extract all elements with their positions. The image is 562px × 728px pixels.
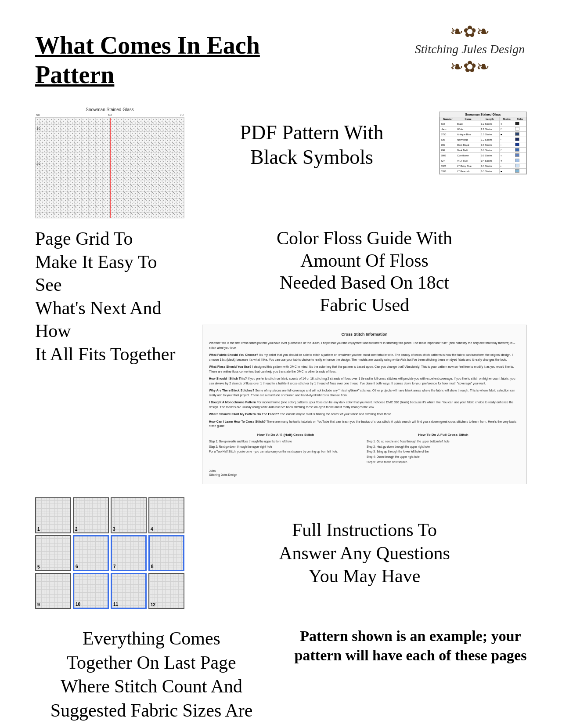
thumb-num: 12 — [151, 602, 155, 607]
floss-row: 3807 Cornflower 0.5 Skeins ○ — [440, 153, 526, 158]
floss-num: blanc — [440, 127, 456, 132]
thumb-inner — [150, 536, 183, 570]
logo-flourish-top: ❧✿❧ — [413, 24, 527, 40]
floss-length: 3.2 Skeins — [480, 121, 499, 127]
thumbnail-item-6: 6 — [73, 535, 109, 571]
thumbnails-area: 1 2 3 4 5 6 7 8 9 10 — [35, 497, 184, 609]
thumb-num: 7 — [113, 564, 116, 569]
col-number: Number — [440, 117, 456, 121]
cs-para-1: Whether this is the first cross stitch p… — [209, 341, 520, 350]
thumb-grid: 1 2 3 4 5 6 7 8 9 10 — [35, 497, 184, 609]
thumb-inner — [112, 536, 145, 570]
full-step-5: Step 5: Move to the next square. — [367, 460, 520, 464]
full-step-3: Step 3: Bring up through the lower left … — [367, 449, 520, 454]
section-3: 1 2 3 4 5 6 7 8 9 10 — [35, 497, 527, 609]
thumbnail-item-11: 11 — [111, 573, 147, 609]
logo-flourish-bottom: ❧✿❧ — [413, 59, 527, 75]
cs-para-5: Why Are There Black Stitches? Some of my… — [209, 388, 520, 398]
floss-row: 3325 LT Baby Blue 0.3 Skeins ▪ — [440, 163, 526, 169]
everything-text: Everything Comes Together On Last Page W… — [35, 627, 268, 728]
floss-color-swatch — [514, 163, 526, 169]
floss-num: 827 — [440, 158, 456, 163]
floss-row: 827 V LT Blue 0.4 Skeins ● — [440, 158, 526, 163]
floss-color-swatch — [514, 132, 526, 137]
half-step-1: Step 1: Go up needle and floss through t… — [209, 439, 362, 444]
cross-stitch-info: Cross Stitch Information Whether this is… — [202, 325, 527, 484]
pattern-note-text: Pattern shown is an example; your patter… — [294, 627, 527, 665]
thumbnail-item-10: 10 — [73, 573, 109, 609]
floss-name: Black — [456, 121, 480, 127]
thumb-inner — [112, 498, 146, 532]
thumb-num: 6 — [76, 564, 78, 569]
header: What Comes In Each Pattern ❧✿❧ Stitching… — [35, 22, 527, 90]
floss-color-swatch — [514, 158, 526, 163]
floss-color-swatch — [514, 169, 526, 174]
full-stitch-title: How To Do A Full Cross Stitch — [367, 432, 520, 438]
thumbnail-item-1: 1 — [35, 497, 71, 533]
floss-name: LT Peacock — [456, 169, 480, 174]
thumb-num: 8 — [151, 564, 154, 569]
floss-color-swatch — [514, 121, 526, 127]
thumb-num: 5 — [37, 565, 40, 569]
floss-color-swatch — [514, 127, 526, 132]
thumb-num: 11 — [113, 602, 118, 607]
thumbnail-item-2: 2 — [73, 497, 109, 533]
floss-length: 0.3 Skeins — [480, 169, 499, 174]
floss-color-swatch — [514, 148, 526, 153]
cs-para-4: How Should I Stitch This? If you prefer … — [209, 377, 520, 386]
floss-name: Dark Delft — [456, 148, 480, 153]
floss-skeins: □ — [500, 127, 514, 132]
floss-length: 0.8 Skeins — [480, 142, 499, 148]
pattern-grid: 10 20 — [36, 118, 184, 218]
floss-num: 336 — [440, 137, 456, 142]
floss-skeins: ▪ — [500, 163, 514, 169]
floss-row: 3750 Antique Blue 1.5 Skeins ■ — [440, 132, 526, 137]
floss-table-title: Snowman Stained Glass — [440, 112, 526, 117]
thumbnail-item-12: 12 — [148, 573, 184, 609]
page: What Comes In Each Pattern ❧✿❧ Stitching… — [0, 0, 562, 728]
floss-skeins: ▫ — [500, 142, 514, 148]
thumb-num: 3 — [113, 527, 115, 532]
thumbnail-item-4: 4 — [148, 497, 184, 533]
floss-length: 1.2 Skeins — [480, 137, 499, 142]
thumb-inner — [36, 536, 70, 570]
floss-length: 2.1 Skeins — [480, 127, 499, 132]
section-1: Snowman Stained Glass 50 60 70 10 20 PDF… — [35, 107, 527, 218]
floss-num: 3766 — [440, 169, 456, 174]
floss-table-mock: Snowman Stained Glass Number Name Length… — [439, 112, 527, 174]
thumbnail-item-8: 8 — [148, 535, 184, 571]
section-4: Everything Comes Together On Last Page W… — [35, 627, 527, 728]
floss-row: 336 Navy Blue 1.2 Skeins ▪ — [440, 137, 526, 142]
full-step-4: Step 4: Down through the upper right hol… — [367, 455, 520, 459]
floss-num: 3325 — [440, 163, 456, 169]
floss-num: 3750 — [440, 132, 456, 137]
floss-row: 798 Dark Delft 0.6 Skeins □ — [440, 148, 526, 153]
page-grid-heading: Page Grid To Make It Easy To See What's … — [35, 227, 184, 366]
cs-para-6: I Bought A Monochrome Pattern For monoch… — [209, 400, 520, 409]
side-label-20: 20 — [36, 162, 40, 166]
floss-num: 3807 — [440, 153, 456, 158]
floss-name: Dark Royal — [456, 142, 480, 148]
thumb-inner — [74, 536, 108, 570]
thumb-num: 10 — [76, 602, 80, 607]
ruler-60: 60 — [108, 113, 112, 117]
half-step-2: Step 2: Next go down through the upper r… — [209, 445, 362, 449]
full-stitch-col: How To Do A Full Cross Stitch Step 1: Go… — [367, 432, 520, 465]
red-center-line — [110, 118, 111, 218]
floss-num: 798 — [440, 148, 456, 153]
cs-para-7: Where Should I Start My Pattern On The F… — [209, 412, 520, 417]
floss-num: 796 — [440, 142, 456, 148]
floss-row: blanc White 2.1 Skeins □ — [440, 127, 526, 132]
floss-length: 0.6 Skeins — [480, 148, 499, 153]
full-step-1: Step 1: Go up needle and floss through t… — [367, 439, 520, 444]
cs-para-8: How Can I Learn How To Cross Stitch? The… — [209, 420, 520, 429]
floss-guide-image: Snowman Stained Glass Number Name Length… — [439, 112, 527, 174]
thumb-num: 4 — [151, 527, 153, 532]
floss-name: Navy Blue — [456, 137, 480, 142]
ruler-marks: 50 60 70 — [35, 113, 184, 117]
floss-length: 0.5 Skeins — [480, 153, 499, 158]
section-2: Page Grid To Make It Easy To See What's … — [35, 227, 527, 484]
floss-skeins: ● — [500, 121, 514, 127]
logo-text: Stitching Jules Design — [413, 41, 527, 57]
col-color: Color — [514, 117, 526, 121]
